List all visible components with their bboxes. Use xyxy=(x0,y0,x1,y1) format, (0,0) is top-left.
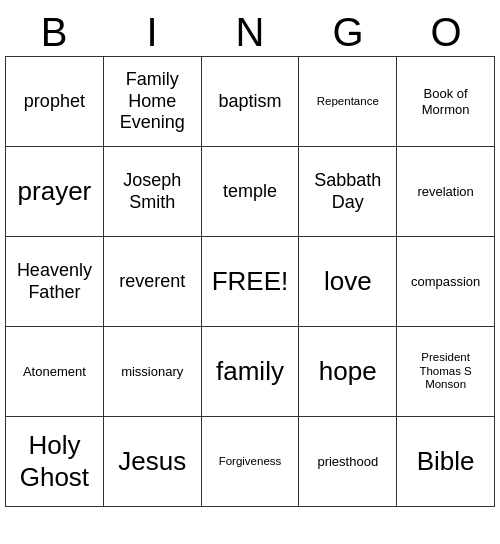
cell-text: President Thomas S Monson xyxy=(400,351,491,392)
bingo-cell: prayer xyxy=(6,147,104,237)
bingo-cell: President Thomas S Monson xyxy=(397,327,495,417)
cell-text: Family Home Evening xyxy=(107,69,198,134)
cell-text: family xyxy=(216,356,284,387)
bingo-cell: Holy Ghost xyxy=(6,417,104,507)
bingo-cell: Joseph Smith xyxy=(104,147,202,237)
cell-text: reverent xyxy=(119,271,185,293)
header-letter: O xyxy=(397,8,495,56)
bingo-cell: Sabbath Day xyxy=(299,147,397,237)
header-letter: I xyxy=(103,8,201,56)
cell-text: Sabbath Day xyxy=(302,170,393,213)
header-letter: G xyxy=(299,8,397,56)
bingo-cell: Jesus xyxy=(104,417,202,507)
bingo-cell: hope xyxy=(299,327,397,417)
bingo-cell: baptism xyxy=(202,57,300,147)
bingo-cell: revelation xyxy=(397,147,495,237)
cell-text: baptism xyxy=(218,91,281,113)
cell-text: missionary xyxy=(121,364,183,380)
bingo-cell: Family Home Evening xyxy=(104,57,202,147)
bingo-cell: love xyxy=(299,237,397,327)
bingo-cell: missionary xyxy=(104,327,202,417)
bingo-cell: family xyxy=(202,327,300,417)
bingo-cell: Forgiveness xyxy=(202,417,300,507)
cell-text: hope xyxy=(319,356,377,387)
bingo-header: BINGO xyxy=(5,8,495,56)
cell-text: prophet xyxy=(24,91,85,113)
cell-text: Joseph Smith xyxy=(107,170,198,213)
bingo-cell: Book of Mormon xyxy=(397,57,495,147)
bingo-cell: Atonement xyxy=(6,327,104,417)
header-letter: N xyxy=(201,8,299,56)
bingo-grid: prophetFamily Home EveningbaptismRepenta… xyxy=(5,56,495,507)
cell-text: temple xyxy=(223,181,277,203)
bingo-cell: Heavenly Father xyxy=(6,237,104,327)
bingo-cell: temple xyxy=(202,147,300,237)
cell-text: Atonement xyxy=(23,364,86,380)
cell-text: love xyxy=(324,266,372,297)
bingo-cell: Bible xyxy=(397,417,495,507)
bingo-card: BINGO prophetFamily Home EveningbaptismR… xyxy=(5,8,495,507)
cell-text: FREE! xyxy=(212,266,289,297)
cell-text: priesthood xyxy=(317,454,378,470)
bingo-cell: compassion xyxy=(397,237,495,327)
cell-text: Forgiveness xyxy=(219,455,282,469)
cell-text: Jesus xyxy=(118,446,186,477)
cell-text: Book of Mormon xyxy=(400,86,491,117)
bingo-cell: Repentance xyxy=(299,57,397,147)
bingo-cell: prophet xyxy=(6,57,104,147)
cell-text: Repentance xyxy=(317,95,379,109)
bingo-cell: priesthood xyxy=(299,417,397,507)
cell-text: compassion xyxy=(411,274,480,290)
cell-text: Holy Ghost xyxy=(9,430,100,492)
cell-text: Bible xyxy=(417,446,475,477)
cell-text: prayer xyxy=(18,176,92,207)
bingo-cell: reverent xyxy=(104,237,202,327)
cell-text: Heavenly Father xyxy=(9,260,100,303)
bingo-cell: FREE! xyxy=(202,237,300,327)
cell-text: revelation xyxy=(417,184,473,200)
header-letter: B xyxy=(5,8,103,56)
